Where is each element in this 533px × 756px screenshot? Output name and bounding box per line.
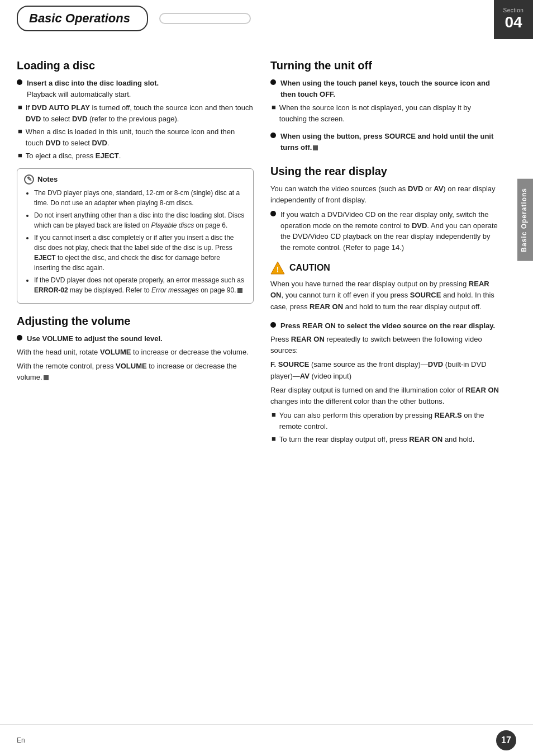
rear-sub1: ■ You can also perform this operation by… xyxy=(270,410,499,432)
bullet-circle-icon2 xyxy=(17,335,22,341)
bullet-circle-icon5 xyxy=(270,211,276,216)
loading-dash2-text: When a disc is loaded in this unit, touc… xyxy=(26,126,254,148)
turnoff-dash1: ■ When the source icon is not displayed,… xyxy=(270,102,499,124)
rear-display-intro: You can watch the video sources (such as… xyxy=(270,183,499,206)
rear-display-heading: Using the rear display xyxy=(270,165,499,178)
dash-icon3: ■ xyxy=(18,151,22,159)
bullet-circle-icon xyxy=(17,79,22,85)
adjusting-volume-section: Adjusting the volume Use VOLUME to adjus… xyxy=(17,315,254,384)
bullet-circle-icon4 xyxy=(270,133,276,138)
rear-bullet1-text: If you watch a DVD/Video CD on the rear … xyxy=(280,209,499,253)
dash-icon: ■ xyxy=(18,103,22,111)
rear-sub2-text: To turn the rear display output off, pre… xyxy=(279,434,475,445)
section-number-box: Section 04 xyxy=(494,0,533,39)
loading-dash1-text: If DVD AUTO PLAY is turned off, touch th… xyxy=(26,102,254,124)
loading-bullet1-text: Insert a disc into the disc loading slot… xyxy=(27,78,159,100)
loading-dash3-text: To eject a disc, press EJECT. xyxy=(26,150,121,162)
volume-line1: With the head unit, rotate VOLUME to inc… xyxy=(17,347,254,358)
caution-triangle-icon: ! xyxy=(270,261,285,275)
note-item-4: If the DVD player does not operate prope… xyxy=(34,275,246,295)
rear-press-bullet-text: Press REAR ON to select the video source… xyxy=(280,320,495,332)
rear-bullet1: If you watch a DVD/Video CD on the rear … xyxy=(270,209,499,253)
dash-icon6: ■ xyxy=(272,434,276,443)
section-title-box: Basic Operations xyxy=(17,6,148,31)
bullet-circle-icon3 xyxy=(270,79,276,85)
loading-dash3: ■ To eject a disc, press EJECT. xyxy=(17,150,254,162)
footer-page: 17 xyxy=(496,730,516,750)
notes-list: The DVD player plays one, standard, 12-c… xyxy=(24,188,246,295)
section-title: Basic Operations xyxy=(29,11,130,25)
rear-sources: F. SOURCE (same source as the front disp… xyxy=(270,359,499,381)
dash-icon5: ■ xyxy=(272,410,276,419)
rear-sub1-text: You can also perform this operation by p… xyxy=(279,410,499,432)
left-column: Loading a disc Insert a disc into the di… xyxy=(17,48,254,447)
note-item-1: The DVD player plays one, standard, 12-c… xyxy=(34,188,246,208)
page-header: Basic Operations Section 04 xyxy=(0,0,533,31)
turnoff-bullet1-text: When using the touch panel keys, touch t… xyxy=(280,78,499,100)
loading-disc-heading: Loading a disc xyxy=(17,59,254,72)
turning-off-section: Turning the unit off When using the touc… xyxy=(270,59,499,153)
notes-header: ✎ Notes xyxy=(24,174,246,185)
notes-title: Notes xyxy=(37,175,58,183)
notes-icon: ✎ xyxy=(24,174,34,185)
caution-header: ! CAUTION xyxy=(270,261,499,275)
note-item-2: Do not insert anything other than a disc… xyxy=(34,210,246,230)
loading-bullet1: Insert a disc into the disc loading slot… xyxy=(17,78,254,100)
loading-disc-section: Loading a disc Insert a disc into the di… xyxy=(17,59,254,304)
turnoff-dash1-text: When the source icon is not displayed, y… xyxy=(279,102,499,124)
turnoff-bullet2: When using the button, press SOURCE and … xyxy=(270,131,499,153)
main-content: Loading a disc Insert a disc into the di… xyxy=(0,37,533,459)
notes-box: ✎ Notes The DVD player plays one, standa… xyxy=(17,168,254,304)
rear-press-body: Press REAR ON repeatedly to switch betwe… xyxy=(270,334,499,356)
turnoff-bullet2-text: When using the button, press SOURCE and … xyxy=(280,131,499,153)
note-item-3: If you cannot insert a disc completely o… xyxy=(34,233,246,273)
side-tab: Basic Operations xyxy=(517,179,533,261)
volume-line2: With the remote control, press VOLUME to… xyxy=(17,361,254,383)
dash-icon2: ■ xyxy=(18,127,22,135)
footer: En 17 xyxy=(0,724,533,756)
volume-bullet1: Use VOLUME to adjust the sound level. xyxy=(17,333,254,344)
section-number: 04 xyxy=(505,13,522,31)
volume-bullet1-text: Use VOLUME to adjust the sound level. xyxy=(27,333,163,344)
loading-dash1: ■ If DVD AUTO PLAY is turned off, touch … xyxy=(17,102,254,124)
caution-box: ! CAUTION When you have turned the rear … xyxy=(270,261,499,312)
rear-sources-body: Rear display output is turned on and the… xyxy=(270,385,499,407)
right-column: Turning the unit off When using the touc… xyxy=(270,48,516,447)
caution-title: CAUTION xyxy=(289,263,330,273)
svg-text:!: ! xyxy=(277,265,279,274)
rear-press-bullet: Press REAR ON to select the video source… xyxy=(270,320,499,332)
caution-body: When you have turned the rear display ou… xyxy=(270,278,499,312)
rear-sub2: ■ To turn the rear display output off, p… xyxy=(270,434,499,445)
footer-lang: En xyxy=(17,736,25,744)
dash-icon4: ■ xyxy=(272,103,276,111)
turning-off-heading: Turning the unit off xyxy=(270,59,499,72)
rear-display-section: Using the rear display You can watch the… xyxy=(270,165,499,445)
section-label: Section xyxy=(503,7,524,13)
turnoff-bullet1: When using the touch panel keys, touch t… xyxy=(270,78,499,100)
loading-dash2: ■ When a disc is loaded in this unit, to… xyxy=(17,126,254,148)
header-center-box xyxy=(159,13,251,24)
adjusting-volume-heading: Adjusting the volume xyxy=(17,315,254,328)
bullet-circle-icon6 xyxy=(270,322,276,328)
